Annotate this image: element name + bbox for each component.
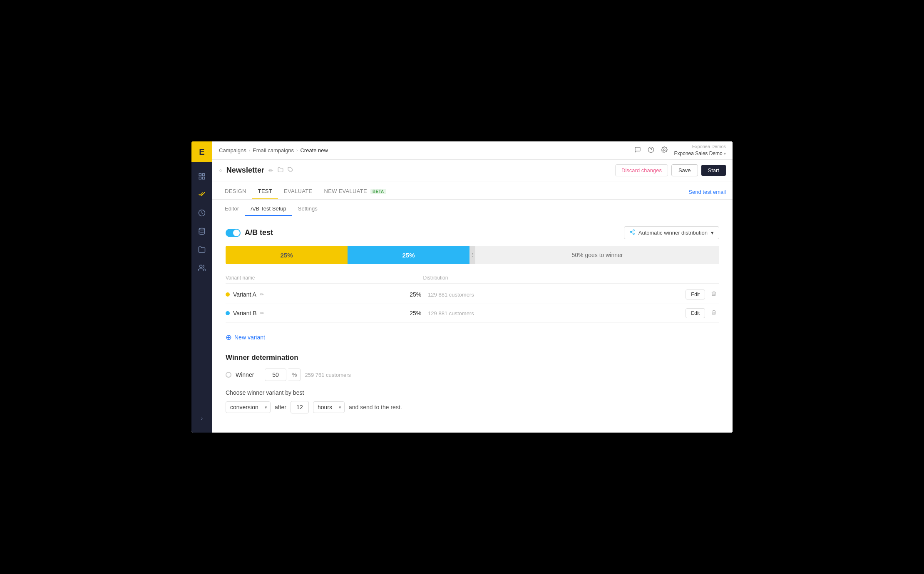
svg-rect-0 xyxy=(199,173,201,176)
ab-test-toggle[interactable] xyxy=(226,229,241,237)
sidebar-item-database[interactable] xyxy=(194,224,209,239)
breadcrumb-sep-2: › xyxy=(296,148,298,153)
winner-pct-input[interactable] xyxy=(265,369,286,381)
svg-rect-2 xyxy=(199,177,201,179)
top-nav: Campaigns › Email campaigns › Create new… xyxy=(212,141,733,160)
user-company: Exponea Demos xyxy=(674,144,726,150)
breadcrumb-campaigns[interactable]: Campaigns xyxy=(219,147,246,153)
choose-winner-label: Choose winner variant by best xyxy=(226,389,719,396)
variant-a-edit-button[interactable]: Edit xyxy=(686,289,705,299)
winner-row: Winner % 259 761 customers xyxy=(226,369,719,381)
start-button[interactable]: Start xyxy=(701,165,726,176)
top-nav-right: Exponea Demos Exponea Sales Demo ▾ xyxy=(634,144,726,157)
variant-a-delete-button[interactable] xyxy=(708,290,719,299)
header-variant-name: Variant name xyxy=(226,275,423,281)
sub-tab-settings[interactable]: Settings xyxy=(292,202,323,216)
tab-design[interactable]: DESIGN xyxy=(219,184,252,199)
new-variant-button[interactable]: ⊕ New variant xyxy=(226,333,719,342)
drag-handle[interactable]: ⋮ xyxy=(469,246,475,264)
share-icon xyxy=(629,229,635,236)
winner-label: Winner xyxy=(236,371,261,378)
winner-radio[interactable] xyxy=(226,372,231,378)
variant-b-name-cell: Variant B ✏ xyxy=(226,310,410,317)
user-info[interactable]: Exponea Demos Exponea Sales Demo ▾ xyxy=(674,144,726,157)
dropdown-arrow: ▾ xyxy=(711,230,714,236)
settings-icon[interactable] xyxy=(661,146,668,155)
variant-a-name-cell: Variant A ✏ xyxy=(226,291,410,298)
sub-tab-editor[interactable]: Editor xyxy=(219,202,245,216)
sidebar: E › xyxy=(191,141,212,433)
variant-a-dist-cell: 25% 129 881 customers xyxy=(410,291,686,298)
main-tabs: DESIGN TEST EVALUATE NEW EVALUATE BETA S… xyxy=(212,181,733,200)
discard-changes-button[interactable]: Discard changes xyxy=(615,164,668,176)
variant-row-b: Variant B ✏ 25% 129 881 customers Edit xyxy=(226,304,719,323)
variant-a-actions: Edit xyxy=(686,289,719,299)
winner-dist-label: Automatic winner distribution xyxy=(638,230,708,236)
tab-test[interactable]: TEST xyxy=(252,184,278,199)
ab-test-header: A/B test Automatic winner distribution ▾ xyxy=(226,226,719,239)
sidebar-item-files[interactable] xyxy=(194,242,209,257)
variant-b-edit-icon[interactable]: ✏ xyxy=(260,310,264,316)
svg-point-13 xyxy=(633,233,635,235)
sub-tab-ab-test-setup[interactable]: A/B Test Setup xyxy=(245,202,292,216)
variant-b-edit-button[interactable]: Edit xyxy=(686,308,705,318)
breadcrumb-sep-1: › xyxy=(249,148,250,153)
and-send-text: and send to the rest. xyxy=(349,404,402,411)
user-name: Exponea Sales Demo ▾ xyxy=(674,150,726,157)
metric-select[interactable]: conversion open rate click rate xyxy=(226,401,271,413)
variant-b-name: Variant B xyxy=(233,310,257,317)
breadcrumb-email-campaigns[interactable]: Email campaigns xyxy=(253,147,294,153)
winner-determination-section: Winner determination Winner % 259 761 cu… xyxy=(226,354,719,413)
sidebar-item-dashboard[interactable] xyxy=(194,169,209,184)
svg-rect-1 xyxy=(203,173,205,176)
variant-b-dist-cell: 25% 129 881 customers xyxy=(410,310,686,317)
add-icon: ⊕ xyxy=(226,333,232,342)
variant-a-name: Variant A xyxy=(233,291,256,298)
variant-a-edit-icon[interactable]: ✏ xyxy=(260,292,264,297)
winner-distribution-button[interactable]: Automatic winner distribution ▾ xyxy=(624,226,719,239)
segment-b: 25% xyxy=(348,246,469,264)
winner-pct-symbol: % xyxy=(288,369,301,381)
variant-table: Variant name Distribution Variant A ✏ 25… xyxy=(226,272,719,323)
sidebar-item-users[interactable] xyxy=(194,260,209,275)
segment-a: 25% xyxy=(226,246,348,264)
folder-title-icon[interactable] xyxy=(278,167,283,174)
sub-tabs: Editor A/B Test Setup Settings xyxy=(212,200,733,216)
tab-evaluate[interactable]: EVALUATE xyxy=(278,184,318,199)
page-title-area: ○ Newsletter ✏ xyxy=(219,166,293,175)
tag-title-icon[interactable] xyxy=(288,167,293,174)
tab-new-evaluate[interactable]: NEW EVALUATE BETA xyxy=(318,184,392,199)
save-button[interactable]: Save xyxy=(671,164,698,176)
sidebar-item-campaigns[interactable] xyxy=(194,187,209,202)
page-title: Newsletter xyxy=(226,166,264,175)
new-variant-label: New variant xyxy=(234,334,265,341)
hours-select-wrapper: hours days xyxy=(313,401,345,413)
send-test-email-link[interactable]: Send test email xyxy=(688,189,726,199)
variant-b-actions: Edit xyxy=(686,308,719,318)
svg-line-14 xyxy=(631,233,633,233)
ab-test-title: A/B test xyxy=(226,228,273,237)
chat-icon[interactable] xyxy=(634,146,641,155)
sidebar-expand-button[interactable]: › xyxy=(194,411,209,426)
variant-b-delete-button[interactable] xyxy=(708,309,719,318)
hours-select[interactable]: hours days xyxy=(313,401,345,413)
variant-b-pct: 25% xyxy=(410,310,423,317)
distribution-bar: 25% 25% ⋮ 50% goes to winner xyxy=(226,246,719,264)
ab-test-title-text: A/B test xyxy=(245,228,273,237)
variant-table-header: Variant name Distribution xyxy=(226,272,719,284)
edit-title-icon[interactable]: ✏ xyxy=(268,167,273,174)
beta-badge: BETA xyxy=(370,189,386,194)
logo[interactable]: E xyxy=(191,141,212,162)
page-actions: Discard changes Save Start xyxy=(615,164,726,176)
variant-a-customers: 129 881 customers xyxy=(428,292,474,298)
variant-a-dot xyxy=(226,292,230,297)
variant-b-dot xyxy=(226,311,230,315)
svg-line-15 xyxy=(631,231,633,232)
sidebar-item-analytics[interactable] xyxy=(194,205,209,220)
hours-value-input[interactable] xyxy=(291,401,309,413)
breadcrumb: Campaigns › Email campaigns › Create new xyxy=(219,147,328,153)
content-area: A/B test Automatic winner distribution ▾… xyxy=(212,216,733,433)
help-icon[interactable] xyxy=(648,146,654,155)
breadcrumb-create-new: Create new xyxy=(300,147,328,153)
svg-point-11 xyxy=(633,230,635,231)
